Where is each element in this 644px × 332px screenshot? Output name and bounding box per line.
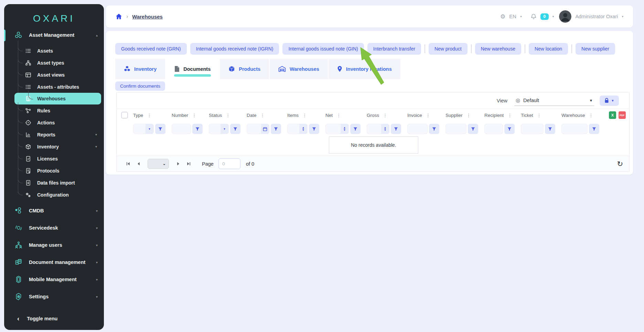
sidebar-item-configuration[interactable]: Configuration (4, 189, 104, 201)
column-header[interactable]: Type (133, 113, 143, 118)
filter-icon[interactable] (230, 124, 240, 134)
tab-products[interactable]: Products (220, 59, 270, 79)
number-filter-input[interactable] (172, 124, 191, 134)
sidebar-item-assets-attributes[interactable]: Assets - attributes (4, 81, 104, 93)
avatar[interactable] (559, 10, 571, 23)
sidebar-section-document-management[interactable]: Document management ▾ (4, 254, 104, 271)
filter-icon[interactable] (309, 124, 319, 134)
column-header[interactable]: Date (247, 113, 257, 118)
column-header[interactable]: Supplier (446, 113, 463, 118)
chevron-down-icon[interactable]: ▾ (552, 15, 554, 18)
filter-icon[interactable] (589, 124, 599, 134)
filter-icon[interactable] (468, 124, 478, 134)
type-filter-input[interactable] (133, 124, 146, 134)
column-menu-icon[interactable]: ⋮ (383, 113, 387, 118)
gear-icon[interactable]: ⚙ (500, 13, 505, 20)
language-selector[interactable]: EN (509, 14, 516, 19)
export-pdf-icon[interactable]: PDF (619, 111, 626, 119)
column-header[interactable]: Net (325, 113, 333, 118)
export-excel-icon[interactable]: X (609, 111, 616, 119)
dropdown-caret-icon[interactable]: ▼ (221, 124, 228, 134)
filter-icon[interactable] (429, 124, 439, 134)
new-location-button[interactable]: New location (529, 43, 568, 55)
sidebar-section-asset-management[interactable]: Asset Management ▴ (4, 27, 104, 43)
status-filter-input[interactable] (209, 124, 221, 134)
breadcrumb-link-warehouses[interactable]: Warehouses (132, 14, 163, 20)
column-menu-icon[interactable]: ⋮ (260, 113, 265, 118)
notification-badge[interactable]: 0 (540, 13, 549, 20)
sidebar-section-mobile-management[interactable]: Mobile Management ▾ (4, 271, 104, 288)
home-icon[interactable] (116, 13, 122, 20)
column-header[interactable]: Invoice (407, 113, 422, 118)
page-size-select[interactable]: ⌄ (148, 159, 169, 169)
refresh-icon[interactable]: ↻ (617, 160, 623, 167)
column-menu-icon[interactable]: ⋮ (302, 113, 307, 118)
new-warehouse-button[interactable]: New warehouse (475, 43, 521, 55)
column-header[interactable]: Number (172, 113, 188, 118)
date-filter-input[interactable] (247, 124, 261, 134)
bell-icon[interactable] (530, 13, 537, 20)
sidebar-section-cmdb[interactable]: CMDB ▾ (4, 202, 104, 219)
chevron-down-icon[interactable]: ▾ (622, 15, 623, 18)
first-page-icon[interactable] (123, 159, 133, 169)
dropdown-caret-icon[interactable]: ▼ (146, 124, 153, 134)
lock-view-button[interactable]: ▼ (600, 96, 619, 106)
chevron-down-icon[interactable]: ▾ (520, 15, 522, 18)
number-stepper-icon[interactable]: ▲▼ (341, 124, 348, 134)
grn-button[interactable]: Goods received note (GRN) (115, 43, 187, 55)
net-filter-input[interactable] (326, 124, 341, 134)
sidebar-section-servicedesk[interactable]: Servicedesk ▾ (4, 219, 104, 236)
interbranch-transfer-button[interactable]: Interbranch transfer (367, 43, 421, 55)
select-all-checkbox[interactable] (121, 112, 128, 119)
filter-icon[interactable] (504, 124, 515, 134)
filter-icon[interactable] (192, 124, 203, 134)
tab-inventory[interactable]: Inventory (115, 59, 166, 79)
column-menu-icon[interactable]: ⋮ (226, 113, 230, 118)
user-name[interactable]: Administrator Oxari (575, 14, 618, 19)
column-header[interactable]: Recipient (484, 113, 504, 118)
invoice-filter-input[interactable] (408, 124, 427, 134)
column-menu-icon[interactable]: ⋮ (192, 113, 196, 118)
new-supplier-button[interactable]: New supplier (576, 43, 615, 55)
column-header[interactable]: Items (287, 113, 299, 118)
number-stepper-icon[interactable]: ▲▼ (381, 124, 389, 134)
items-filter-input[interactable] (288, 124, 299, 134)
sidebar-item-warehouses[interactable]: Warehouses (14, 93, 101, 104)
supplier-filter-input[interactable] (446, 124, 466, 134)
filter-icon[interactable] (155, 124, 165, 134)
toggle-menu-button[interactable]: ‹ Toggle menu (4, 315, 104, 322)
column-header[interactable]: Ticket (521, 113, 533, 118)
ticket-filter-input[interactable] (521, 124, 543, 134)
tab-warehouses[interactable]: Warehouses (270, 59, 329, 79)
new-product-button[interactable]: New product (429, 43, 468, 55)
sidebar-section-settings[interactable]: Settings ▾ (4, 288, 104, 305)
view-select-dropdown[interactable]: ◎ Default ▼ (514, 96, 594, 106)
prev-page-icon[interactable] (133, 159, 143, 169)
column-menu-icon[interactable]: ⋮ (147, 113, 151, 118)
filter-icon[interactable] (350, 124, 361, 134)
filter-icon[interactable] (391, 124, 401, 134)
column-menu-icon[interactable]: ⋮ (589, 113, 593, 118)
last-page-icon[interactable] (183, 159, 194, 169)
column-menu-icon[interactable]: ⋮ (336, 113, 341, 118)
gross-filter-input[interactable] (367, 124, 381, 134)
tab-documents[interactable]: Documents (166, 59, 220, 79)
igrn-button[interactable]: Internal goods received note (IGRN) (190, 43, 279, 55)
sidebar-section-manage-users[interactable]: Manage users ▾ (4, 236, 104, 254)
page-number-input[interactable] (218, 158, 240, 169)
column-header[interactable]: Warehouse (561, 113, 585, 118)
column-menu-icon[interactable]: ⋮ (507, 113, 512, 118)
column-header[interactable]: Status (209, 113, 222, 118)
column-menu-icon[interactable]: ⋮ (537, 113, 541, 118)
confirm-documents-button[interactable]: Confirm documents (115, 81, 165, 91)
next-page-icon[interactable] (173, 159, 183, 169)
tab-inventory-locations[interactable]: Inventory locations (329, 59, 401, 79)
warehouse-filter-input[interactable] (562, 124, 587, 134)
column-menu-icon[interactable]: ⋮ (466, 113, 471, 118)
number-stepper-icon[interactable]: ▲▼ (299, 124, 307, 134)
column-menu-icon[interactable]: ⋮ (426, 113, 430, 118)
calendar-icon[interactable] (261, 124, 269, 134)
recipient-filter-input[interactable] (485, 124, 503, 134)
gin-button[interactable]: Internal goods issued note (GIN) (282, 43, 364, 55)
filter-icon[interactable] (545, 124, 555, 134)
